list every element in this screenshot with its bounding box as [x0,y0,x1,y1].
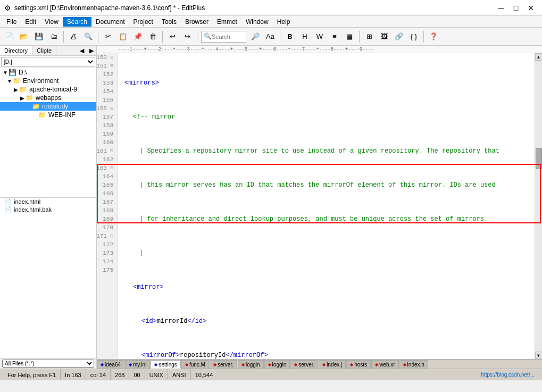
toolbar-link[interactable]: 🔗 [392,30,406,44]
scroll-down-button[interactable]: ▼ [535,352,543,359]
file-item-index-bak[interactable]: 📄 index.html.bak [0,206,96,214]
menu-help[interactable]: Help [273,17,295,27]
tab-label: server. [298,362,314,368]
file-tab-funcm[interactable]: ◆ func.M [181,360,209,369]
menu-tools[interactable]: Tools [157,17,181,27]
file-filter-dropdown[interactable]: All Files (*.*) [2,360,94,368]
toolbar-redo[interactable]: ↪ [180,30,194,44]
tab-dot: ◆ [241,362,245,367]
editor-scroll[interactable]: 150 ⊟ 151 ⊟ 152 153 154 155 156 ⊟ 157 15… [97,53,542,359]
tab-dot: ◆ [322,362,326,367]
toolbar-delete[interactable]: 🗑 [146,30,160,44]
tab-label: loggin [272,362,287,368]
toolbar-copy[interactable]: 📋 [116,30,130,44]
menu-project[interactable]: Project [129,17,157,27]
tab-dot: ◆ [375,362,378,367]
menu-view[interactable]: View [40,17,63,27]
tree-item-environment[interactable]: ▼ 📁 Environment [0,77,96,85]
toolbar-new[interactable]: 📄 [2,30,16,44]
file-tab-indexj[interactable]: ◆ index.j [319,360,346,369]
menu-file[interactable]: File [2,17,21,27]
sep5 [280,31,280,43]
file-tab-webxr[interactable]: ◆ web.xr [371,360,398,369]
toolbar-print[interactable]: 🖨 [66,30,80,44]
menu-edit[interactable]: Edit [21,17,40,27]
menu-document[interactable]: Document [91,17,129,27]
toolbar-img[interactable]: 🖼 [377,30,391,44]
menu-window[interactable]: Window [241,17,273,27]
expand-icon: ▼ [6,78,13,84]
tree-item-rootstudy[interactable]: 📁 rootstudy [0,102,96,111]
toolbar-W[interactable]: W [313,30,327,44]
maximize-button[interactable]: □ [509,3,523,13]
toolbar-help[interactable]: ❓ [427,30,440,44]
sidebar-tab-clipte[interactable]: Clipte [32,46,56,55]
toolbar-table[interactable]: ⊞ [362,30,376,44]
code-area[interactable]: <mirrors> <!-- mirror | Specifies a repo… [118,53,535,359]
toolbar-code[interactable]: { } [407,30,421,44]
tree-item-webinf[interactable]: 📁 WEB-INF [0,111,96,119]
toolbar-find[interactable]: 🔎 [248,30,262,44]
toolbar-preview[interactable]: 🔍 [81,30,95,44]
toolbar-b[interactable]: B [283,30,297,44]
file-tab-server2[interactable]: ◆ server. [290,360,318,369]
code-line-158: <mirrorOf>repositoryId</mirrorOf> [120,351,535,359]
scroll-up-button[interactable]: ▲ [535,53,543,61]
file-tab-hosts[interactable]: ◆ hosts [346,360,371,369]
vertical-scrollbar[interactable]: ▲ ▼ [535,53,542,359]
file-tab-server1[interactable]: ◆ server. [210,360,237,369]
editor-container: ----1----+----2----+----3----+----4----+… [97,46,542,369]
search-input[interactable] [212,34,244,40]
directory-dropdown[interactable]: [D:] [1,57,95,66]
scroll-thumb[interactable] [536,148,542,169]
tab-dot: ◆ [185,362,188,367]
tree-label: apache-tomcat-9 [29,86,77,93]
line-num-152: 152 [97,70,115,79]
toolbar-replace[interactable]: Aa [263,30,277,44]
toolbar-list[interactable]: ≡ [328,30,341,44]
toolbar-heading[interactable]: H [298,30,312,44]
expand-icon: ▶ [19,95,26,101]
file-tab-myini[interactable]: ◆ my.ini [125,360,150,369]
file-tab-idea64[interactable]: ◆ idea64 [97,360,124,369]
sidebar-nav-next[interactable]: ▶ [87,46,96,55]
menu-browser[interactable]: Browser [181,17,213,27]
tab-label: loggin [246,362,260,368]
file-tab-loggin2[interactable]: ◆ loggin [264,360,290,369]
folder-icon: 📁 [26,94,34,102]
toolbar-open[interactable]: 📂 [17,30,31,44]
tab-label: index.h [407,362,424,368]
menu-emmet[interactable]: Emmet [213,17,241,27]
sidebar-nav-prev[interactable]: ◀ [77,46,87,55]
status-268: 268 [111,369,129,380]
editor-ruler: ----1----+----2----+----3----+----4----+… [97,46,542,53]
toolbar-paste[interactable]: 📌 [131,30,145,44]
tree-label: WEB-INF [48,111,76,119]
folder-icon: 📁 [13,77,21,85]
tree-item-d[interactable]: ▼ 💾 D:\ [0,68,96,77]
file-item-index[interactable]: 📄 index.html [0,198,96,206]
file-tab-loggin1[interactable]: ◆ loggin [238,360,264,369]
menu-search[interactable]: Search [63,17,91,27]
toolbar-undo[interactable]: ↩ [165,30,179,44]
directory-tree: ▼ 💾 D:\ ▼ 📁 Environment ▶ 📁 apache-tomca… [0,68,96,197]
toolbar-save[interactable]: 💾 [32,30,46,44]
line-num-166: 166 [97,189,115,198]
line-num-171: 171 ⊟ [97,232,115,240]
minimize-button[interactable]: ─ [494,3,508,13]
toolbar-2col[interactable]: ▦ [343,30,356,44]
tab-dot: ◆ [129,362,132,367]
tree-item-webapps[interactable]: ▶ 📁 webapps [0,94,96,102]
help-text: For Help, press F1 [7,372,56,378]
status-unix: UNIX [145,369,168,380]
toolbar-save-all[interactable]: 🗂 [47,30,61,44]
toolbar-cut[interactable]: ✂ [101,30,115,44]
expand-icon: ▶ [13,87,19,93]
code-line-156: <mirror> [120,283,535,291]
file-tab-indexh[interactable]: ◆ index.h [399,360,428,369]
tree-item-tomcat[interactable]: ▶ 📁 apache-tomcat-9 [0,85,96,94]
file-tab-settings[interactable]: ◆ settings [151,360,180,369]
sidebar-tab-directory[interactable]: Directory [0,46,32,55]
scroll-track[interactable] [535,61,542,352]
close-button[interactable]: ✕ [524,3,538,13]
